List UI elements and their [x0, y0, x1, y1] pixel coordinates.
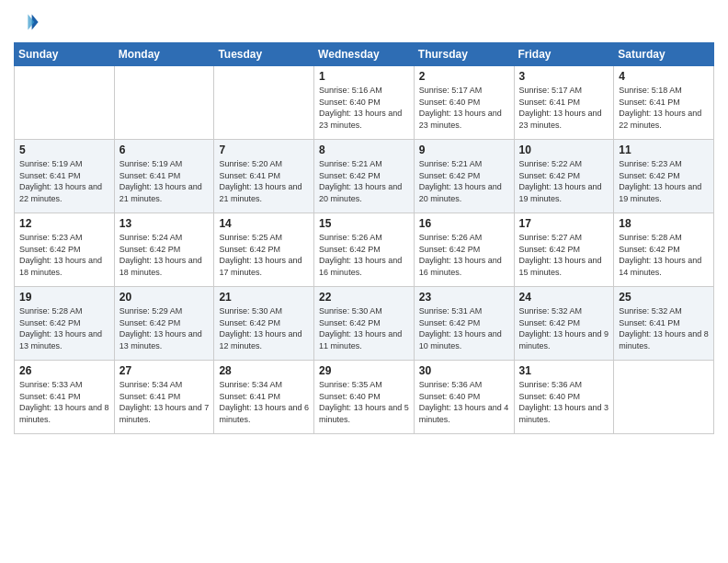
day-cell: 13Sunrise: 5:24 AM Sunset: 6:42 PM Dayli… [114, 213, 214, 287]
day-info: Sunrise: 5:17 AM Sunset: 6:41 PM Dayligh… [519, 85, 609, 131]
day-info: Sunrise: 5:17 AM Sunset: 6:40 PM Dayligh… [419, 85, 509, 131]
day-info: Sunrise: 5:23 AM Sunset: 6:42 PM Dayligh… [19, 232, 109, 278]
page: SundayMondayTuesdayWednesdayThursdayFrid… [0, 0, 728, 563]
day-info: Sunrise: 5:36 AM Sunset: 6:40 PM Dayligh… [419, 379, 509, 425]
day-cell [15, 66, 115, 140]
day-number: 16 [419, 217, 509, 230]
day-cell: 12Sunrise: 5:23 AM Sunset: 6:42 PM Dayli… [15, 213, 115, 287]
day-number: 1 [319, 70, 409, 83]
day-cell: 27Sunrise: 5:34 AM Sunset: 6:41 PM Dayli… [114, 361, 214, 434]
day-number: 23 [419, 291, 509, 304]
day-info: Sunrise: 5:33 AM Sunset: 6:41 PM Dayligh… [19, 379, 109, 425]
day-number: 5 [19, 144, 109, 156]
day-cell: 2Sunrise: 5:17 AM Sunset: 6:40 PM Daylig… [414, 66, 514, 140]
day-info: Sunrise: 5:22 AM Sunset: 6:42 PM Dayligh… [519, 158, 609, 204]
day-number: 29 [319, 364, 409, 377]
logo-icon [14, 9, 40, 35]
day-cell [114, 66, 214, 140]
day-info: Sunrise: 5:31 AM Sunset: 6:42 PM Dayligh… [419, 305, 509, 351]
day-info: Sunrise: 5:19 AM Sunset: 6:41 PM Dayligh… [119, 158, 210, 204]
day-number: 14 [219, 217, 309, 230]
week-row-2: 5Sunrise: 5:19 AM Sunset: 6:41 PM Daylig… [15, 140, 714, 213]
day-number: 20 [119, 291, 210, 304]
day-cell: 10Sunrise: 5:22 AM Sunset: 6:42 PM Dayli… [514, 140, 614, 213]
day-number: 26 [19, 364, 109, 377]
day-info: Sunrise: 5:21 AM Sunset: 6:42 PM Dayligh… [319, 158, 409, 204]
day-number: 3 [519, 70, 609, 83]
day-cell: 6Sunrise: 5:19 AM Sunset: 6:41 PM Daylig… [114, 140, 214, 213]
header-cell-saturday: Saturday [614, 43, 714, 66]
day-info: Sunrise: 5:26 AM Sunset: 6:42 PM Dayligh… [419, 232, 509, 278]
day-info: Sunrise: 5:16 AM Sunset: 6:40 PM Dayligh… [319, 85, 409, 131]
day-cell: 11Sunrise: 5:23 AM Sunset: 6:42 PM Dayli… [614, 140, 714, 213]
day-info: Sunrise: 5:34 AM Sunset: 6:41 PM Dayligh… [219, 379, 309, 425]
day-info: Sunrise: 5:26 AM Sunset: 6:42 PM Dayligh… [319, 232, 409, 278]
day-info: Sunrise: 5:24 AM Sunset: 6:42 PM Dayligh… [119, 232, 210, 278]
day-cell: 25Sunrise: 5:32 AM Sunset: 6:41 PM Dayli… [614, 287, 714, 361]
day-cell: 8Sunrise: 5:21 AM Sunset: 6:42 PM Daylig… [314, 140, 415, 213]
day-cell: 30Sunrise: 5:36 AM Sunset: 6:40 PM Dayli… [414, 361, 514, 434]
day-info: Sunrise: 5:30 AM Sunset: 6:42 PM Dayligh… [319, 305, 409, 351]
day-cell: 18Sunrise: 5:28 AM Sunset: 6:42 PM Dayli… [614, 213, 714, 287]
day-info: Sunrise: 5:30 AM Sunset: 6:42 PM Dayligh… [219, 305, 309, 351]
day-number: 4 [619, 70, 709, 83]
day-info: Sunrise: 5:29 AM Sunset: 6:42 PM Dayligh… [119, 305, 210, 351]
day-info: Sunrise: 5:36 AM Sunset: 6:40 PM Dayligh… [519, 379, 609, 425]
day-cell: 5Sunrise: 5:19 AM Sunset: 6:41 PM Daylig… [15, 140, 115, 213]
day-cell: 19Sunrise: 5:28 AM Sunset: 6:42 PM Dayli… [15, 287, 115, 361]
week-row-1: 1Sunrise: 5:16 AM Sunset: 6:40 PM Daylig… [15, 66, 714, 140]
day-number: 28 [219, 364, 309, 377]
day-info: Sunrise: 5:21 AM Sunset: 6:42 PM Dayligh… [419, 158, 509, 204]
day-cell: 23Sunrise: 5:31 AM Sunset: 6:42 PM Dayli… [414, 287, 514, 361]
header-cell-wednesday: Wednesday [314, 43, 415, 66]
day-number: 11 [619, 144, 709, 156]
header-cell-monday: Monday [114, 43, 214, 66]
day-number: 25 [619, 291, 709, 304]
day-cell: 29Sunrise: 5:35 AM Sunset: 6:40 PM Dayli… [314, 361, 415, 434]
day-info: Sunrise: 5:28 AM Sunset: 6:42 PM Dayligh… [619, 232, 709, 278]
day-info: Sunrise: 5:23 AM Sunset: 6:42 PM Dayligh… [619, 158, 709, 204]
day-cell [214, 66, 314, 140]
day-cell: 4Sunrise: 5:18 AM Sunset: 6:41 PM Daylig… [614, 66, 714, 140]
day-number: 31 [519, 364, 609, 377]
day-number: 22 [319, 291, 409, 304]
day-number: 12 [19, 217, 109, 230]
day-info: Sunrise: 5:32 AM Sunset: 6:42 PM Dayligh… [519, 305, 609, 351]
day-info: Sunrise: 5:35 AM Sunset: 6:40 PM Dayligh… [319, 379, 409, 425]
header-cell-thursday: Thursday [414, 43, 514, 66]
day-cell: 1Sunrise: 5:16 AM Sunset: 6:40 PM Daylig… [314, 66, 415, 140]
week-row-4: 19Sunrise: 5:28 AM Sunset: 6:42 PM Dayli… [15, 287, 714, 361]
day-number: 13 [119, 217, 210, 230]
day-number: 7 [219, 144, 309, 156]
day-number: 21 [219, 291, 309, 304]
day-info: Sunrise: 5:34 AM Sunset: 6:41 PM Dayligh… [119, 379, 210, 425]
day-cell: 15Sunrise: 5:26 AM Sunset: 6:42 PM Dayli… [314, 213, 415, 287]
day-number: 2 [419, 70, 509, 83]
day-info: Sunrise: 5:20 AM Sunset: 6:41 PM Dayligh… [219, 158, 309, 204]
calendar-header: SundayMondayTuesdayWednesdayThursdayFrid… [15, 43, 714, 66]
day-cell: 20Sunrise: 5:29 AM Sunset: 6:42 PM Dayli… [114, 287, 214, 361]
day-number: 19 [19, 291, 109, 304]
week-row-5: 26Sunrise: 5:33 AM Sunset: 6:41 PM Dayli… [15, 361, 714, 434]
day-number: 24 [519, 291, 609, 304]
day-info: Sunrise: 5:18 AM Sunset: 6:41 PM Dayligh… [619, 85, 709, 131]
header-cell-friday: Friday [514, 43, 614, 66]
day-number: 27 [119, 364, 210, 377]
header-cell-tuesday: Tuesday [214, 43, 314, 66]
day-cell: 14Sunrise: 5:25 AM Sunset: 6:42 PM Dayli… [214, 213, 314, 287]
day-cell [614, 361, 714, 434]
day-number: 18 [619, 217, 709, 230]
day-info: Sunrise: 5:32 AM Sunset: 6:41 PM Dayligh… [619, 305, 709, 351]
day-number: 8 [319, 144, 409, 156]
day-cell: 24Sunrise: 5:32 AM Sunset: 6:42 PM Dayli… [514, 287, 614, 361]
day-cell: 22Sunrise: 5:30 AM Sunset: 6:42 PM Dayli… [314, 287, 415, 361]
day-cell: 17Sunrise: 5:27 AM Sunset: 6:42 PM Dayli… [514, 213, 614, 287]
day-cell: 28Sunrise: 5:34 AM Sunset: 6:41 PM Dayli… [214, 361, 314, 434]
day-number: 6 [119, 144, 210, 156]
calendar-body: 1Sunrise: 5:16 AM Sunset: 6:40 PM Daylig… [15, 66, 714, 434]
calendar-table: SundayMondayTuesdayWednesdayThursdayFrid… [14, 42, 714, 434]
day-info: Sunrise: 5:27 AM Sunset: 6:42 PM Dayligh… [519, 232, 609, 278]
day-cell: 21Sunrise: 5:30 AM Sunset: 6:42 PM Dayli… [214, 287, 314, 361]
day-number: 15 [319, 217, 409, 230]
day-cell: 9Sunrise: 5:21 AM Sunset: 6:42 PM Daylig… [414, 140, 514, 213]
